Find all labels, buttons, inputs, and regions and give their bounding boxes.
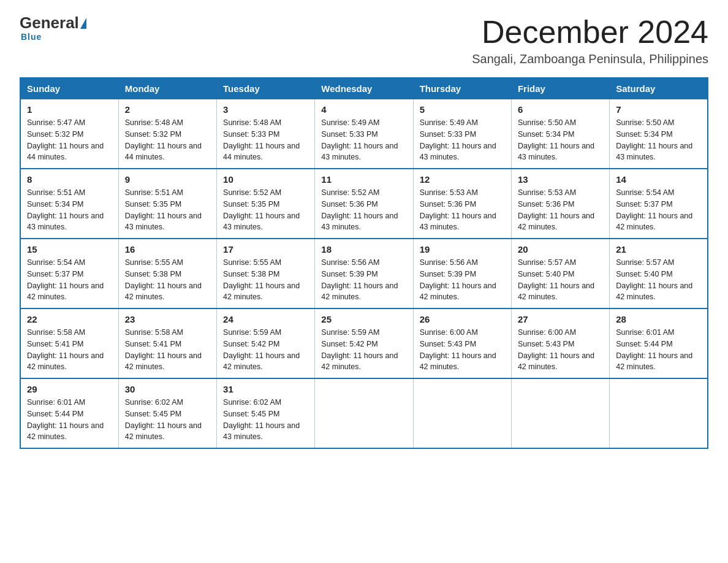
title-area: December 2024 Sangali, Zamboanga Peninsu… (472, 15, 708, 66)
day-number: 4 (321, 104, 406, 115)
day-number: 2 (125, 104, 210, 115)
day-number: 24 (223, 314, 308, 324)
week-row-2: 8Sunrise: 5:51 AMSunset: 5:34 PMDaylight… (20, 169, 708, 239)
calendar-cell: 15Sunrise: 5:54 AMSunset: 5:37 PMDayligh… (20, 239, 118, 308)
day-number: 17 (223, 244, 308, 255)
calendar-cell: 20Sunrise: 5:57 AMSunset: 5:40 PMDayligh… (511, 239, 609, 308)
calendar-cell: 4Sunrise: 5:49 AMSunset: 5:33 PMDaylight… (315, 99, 413, 169)
calendar-cell: 1Sunrise: 5:47 AMSunset: 5:32 PMDaylight… (20, 99, 118, 169)
calendar-cell: 31Sunrise: 6:02 AMSunset: 5:45 PMDayligh… (217, 378, 315, 448)
day-info: Sunrise: 5:47 AMSunset: 5:32 PMDaylight:… (27, 117, 112, 163)
calendar-cell (315, 378, 413, 448)
day-info: Sunrise: 5:57 AMSunset: 5:40 PMDaylight:… (616, 257, 701, 303)
day-info: Sunrise: 5:55 AMSunset: 5:38 PMDaylight:… (223, 257, 308, 303)
day-number: 5 (420, 104, 505, 115)
calendar-cell: 8Sunrise: 5:51 AMSunset: 5:34 PMDaylight… (20, 169, 118, 239)
day-info: Sunrise: 5:50 AMSunset: 5:34 PMDaylight:… (616, 117, 701, 163)
logo: General Blue (20, 15, 86, 42)
calendar-cell: 21Sunrise: 5:57 AMSunset: 5:40 PMDayligh… (610, 239, 708, 308)
day-number: 27 (518, 314, 603, 324)
day-number: 7 (616, 104, 701, 115)
day-info: Sunrise: 5:48 AMSunset: 5:33 PMDaylight:… (223, 117, 308, 163)
day-info: Sunrise: 6:01 AMSunset: 5:44 PMDaylight:… (616, 327, 701, 373)
calendar-cell: 29Sunrise: 6:01 AMSunset: 5:44 PMDayligh… (20, 378, 118, 448)
day-number: 9 (125, 174, 210, 185)
day-info: Sunrise: 5:52 AMSunset: 5:35 PMDaylight:… (223, 187, 308, 233)
calendar-cell: 27Sunrise: 6:00 AMSunset: 5:43 PMDayligh… (511, 308, 609, 378)
page-header: General Blue December 2024 Sangali, Zamb… (20, 15, 708, 66)
day-number: 20 (518, 244, 603, 255)
day-number: 13 (518, 174, 603, 185)
day-info: Sunrise: 5:51 AMSunset: 5:34 PMDaylight:… (27, 187, 112, 233)
day-number: 26 (420, 314, 505, 324)
calendar-cell: 18Sunrise: 5:56 AMSunset: 5:39 PMDayligh… (315, 239, 413, 308)
day-number: 19 (420, 244, 505, 255)
day-number: 11 (321, 174, 406, 185)
day-info: Sunrise: 5:49 AMSunset: 5:33 PMDaylight:… (420, 117, 505, 163)
calendar-cell (413, 378, 511, 448)
day-info: Sunrise: 5:59 AMSunset: 5:42 PMDaylight:… (223, 327, 308, 373)
logo-general-text: General (20, 15, 79, 31)
day-info: Sunrise: 6:00 AMSunset: 5:43 PMDaylight:… (420, 327, 505, 373)
logo-blue-text: Blue (20, 32, 42, 42)
day-number: 22 (27, 314, 112, 324)
day-info: Sunrise: 5:53 AMSunset: 5:36 PMDaylight:… (420, 187, 505, 233)
day-info: Sunrise: 6:02 AMSunset: 5:45 PMDaylight:… (223, 397, 308, 443)
calendar-cell: 19Sunrise: 5:56 AMSunset: 5:39 PMDayligh… (413, 239, 511, 308)
day-info: Sunrise: 5:52 AMSunset: 5:36 PMDaylight:… (321, 187, 406, 233)
day-number: 8 (27, 174, 112, 185)
location-title: Sangali, Zamboanga Peninsula, Philippine… (472, 52, 708, 66)
day-info: Sunrise: 5:54 AMSunset: 5:37 PMDaylight:… (27, 257, 112, 303)
day-info: Sunrise: 5:48 AMSunset: 5:32 PMDaylight:… (125, 117, 210, 163)
calendar-cell: 17Sunrise: 5:55 AMSunset: 5:38 PMDayligh… (217, 239, 315, 308)
day-info: Sunrise: 5:55 AMSunset: 5:38 PMDaylight:… (125, 257, 210, 303)
calendar-cell: 5Sunrise: 5:49 AMSunset: 5:33 PMDaylight… (413, 99, 511, 169)
calendar-cell: 7Sunrise: 5:50 AMSunset: 5:34 PMDaylight… (610, 99, 708, 169)
day-number: 14 (616, 174, 701, 185)
calendar-cell (610, 378, 708, 448)
calendar-cell: 23Sunrise: 5:58 AMSunset: 5:41 PMDayligh… (118, 308, 216, 378)
calendar-table: SundayMondayTuesdayWednesdayThursdayFrid… (20, 77, 708, 449)
calendar-cell: 24Sunrise: 5:59 AMSunset: 5:42 PMDayligh… (217, 308, 315, 378)
day-info: Sunrise: 6:00 AMSunset: 5:43 PMDaylight:… (518, 327, 603, 373)
day-info: Sunrise: 5:50 AMSunset: 5:34 PMDaylight:… (518, 117, 603, 163)
weekday-header-saturday: Saturday (610, 78, 708, 99)
day-info: Sunrise: 6:01 AMSunset: 5:44 PMDaylight:… (27, 397, 112, 443)
week-row-1: 1Sunrise: 5:47 AMSunset: 5:32 PMDaylight… (20, 99, 708, 169)
calendar-cell: 14Sunrise: 5:54 AMSunset: 5:37 PMDayligh… (610, 169, 708, 239)
calendar-cell: 26Sunrise: 6:00 AMSunset: 5:43 PMDayligh… (413, 308, 511, 378)
day-info: Sunrise: 5:53 AMSunset: 5:36 PMDaylight:… (518, 187, 603, 233)
day-info: Sunrise: 6:02 AMSunset: 5:45 PMDaylight:… (125, 397, 210, 443)
day-number: 25 (321, 314, 406, 324)
calendar-cell: 6Sunrise: 5:50 AMSunset: 5:34 PMDaylight… (511, 99, 609, 169)
calendar-cell: 11Sunrise: 5:52 AMSunset: 5:36 PMDayligh… (315, 169, 413, 239)
calendar-cell: 16Sunrise: 5:55 AMSunset: 5:38 PMDayligh… (118, 239, 216, 308)
day-number: 3 (223, 104, 308, 115)
day-number: 15 (27, 244, 112, 255)
day-number: 16 (125, 244, 210, 255)
day-info: Sunrise: 5:56 AMSunset: 5:39 PMDaylight:… (321, 257, 406, 303)
calendar-cell: 12Sunrise: 5:53 AMSunset: 5:36 PMDayligh… (413, 169, 511, 239)
calendar-cell: 13Sunrise: 5:53 AMSunset: 5:36 PMDayligh… (511, 169, 609, 239)
day-number: 6 (518, 104, 603, 115)
day-number: 29 (27, 384, 112, 394)
day-number: 21 (616, 244, 701, 255)
logo-triangle-icon (80, 18, 86, 29)
week-row-5: 29Sunrise: 6:01 AMSunset: 5:44 PMDayligh… (20, 378, 708, 448)
day-number: 30 (125, 384, 210, 394)
day-info: Sunrise: 5:54 AMSunset: 5:37 PMDaylight:… (616, 187, 701, 233)
weekday-header-thursday: Thursday (413, 78, 511, 99)
week-row-4: 22Sunrise: 5:58 AMSunset: 5:41 PMDayligh… (20, 308, 708, 378)
weekday-header-wednesday: Wednesday (315, 78, 413, 99)
month-title: December 2024 (472, 15, 708, 50)
calendar-cell: 30Sunrise: 6:02 AMSunset: 5:45 PMDayligh… (118, 378, 216, 448)
day-number: 31 (223, 384, 308, 394)
day-info: Sunrise: 5:49 AMSunset: 5:33 PMDaylight:… (321, 117, 406, 163)
calendar-cell: 25Sunrise: 5:59 AMSunset: 5:42 PMDayligh… (315, 308, 413, 378)
day-info: Sunrise: 5:58 AMSunset: 5:41 PMDaylight:… (125, 327, 210, 373)
day-number: 1 (27, 104, 112, 115)
day-info: Sunrise: 5:57 AMSunset: 5:40 PMDaylight:… (518, 257, 603, 303)
calendar-cell: 9Sunrise: 5:51 AMSunset: 5:35 PMDaylight… (118, 169, 216, 239)
calendar-cell: 22Sunrise: 5:58 AMSunset: 5:41 PMDayligh… (20, 308, 118, 378)
calendar-cell: 3Sunrise: 5:48 AMSunset: 5:33 PMDaylight… (217, 99, 315, 169)
